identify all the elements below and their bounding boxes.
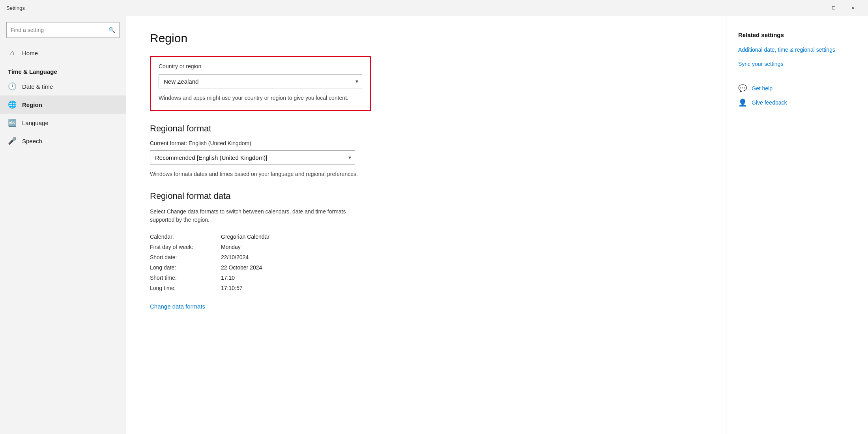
first-day-label: First day of week: — [150, 244, 221, 250]
sidebar-item-home[interactable]: ⌂ Home — [0, 44, 126, 62]
long-time-label: Long time: — [150, 285, 221, 291]
format-data-table: Calendar: Gregorian Calendar First day o… — [150, 234, 702, 291]
table-row: Calendar: Gregorian Calendar — [150, 234, 702, 240]
clock-icon: 🕐 — [8, 82, 17, 91]
short-date-label: Short date: — [150, 254, 221, 260]
country-region-box: Country or region New Zealand United Kin… — [150, 56, 371, 111]
sidebar-item-language[interactable]: 🔤 Language — [0, 114, 126, 132]
short-time-label: Short time: — [150, 275, 221, 281]
calendar-label: Calendar: — [150, 234, 221, 240]
get-help-action[interactable]: 💬 Get help — [738, 84, 856, 93]
current-format-text: Current format: English (United Kingdom) — [150, 140, 702, 146]
table-row: First day of week: Monday — [150, 244, 702, 250]
table-row: Long time: 17:10:57 — [150, 285, 702, 291]
sidebar-section-time-language: Time & Language — [0, 62, 126, 77]
regional-format-data-description: Select Change data formats to switch bet… — [150, 208, 363, 224]
page-title: Region — [150, 32, 702, 45]
country-label: Country or region — [159, 63, 362, 69]
region-label: Region — [22, 101, 42, 108]
sync-settings-link[interactable]: Sync your settings — [738, 60, 856, 68]
calendar-value: Gregorian Calendar — [221, 234, 269, 240]
regional-format-data-title: Regional format data — [150, 191, 702, 201]
title-bar: Settings ─ ☐ ✕ — [0, 0, 868, 16]
section-header-label: Time & Language — [8, 68, 57, 75]
close-button[interactable]: ✕ — [844, 2, 862, 14]
country-helper-text: Windows and apps might use your country … — [159, 94, 362, 102]
home-label: Home — [22, 50, 38, 56]
format-helper-text: Windows formats dates and times based on… — [150, 170, 363, 178]
sidebar-nav: ⌂ Home Time & Language 🕐 Date & time 🌐 R… — [0, 41, 126, 153]
long-time-value: 17:10:57 — [221, 285, 243, 291]
language-label: Language — [22, 120, 49, 126]
table-row: Long date: 22 October 2024 — [150, 264, 702, 271]
related-settings-title: Related settings — [738, 32, 856, 38]
first-day-value: Monday — [221, 244, 241, 250]
globe-icon: 🌐 — [8, 100, 17, 109]
right-panel: Related settings Additional date, time &… — [726, 16, 868, 434]
country-dropdown-wrapper: New Zealand United Kingdom United States… — [159, 74, 362, 88]
related-divider — [738, 76, 856, 76]
give-feedback-icon: 👤 — [738, 98, 748, 107]
home-icon: ⌂ — [8, 49, 17, 57]
speech-label: Speech — [22, 138, 42, 144]
sidebar: 🔍 ⌂ Home Time & Language 🕐 Date & time 🌐… — [0, 16, 126, 434]
give-feedback-link[interactable]: Give feedback — [752, 99, 787, 106]
minimize-button[interactable]: ─ — [806, 2, 824, 14]
date-time-label: Date & time — [22, 83, 53, 90]
change-data-formats-link[interactable]: Change data formats — [150, 303, 205, 310]
table-row: Short date: 22/10/2024 — [150, 254, 702, 260]
get-help-icon: 💬 — [738, 84, 748, 93]
language-icon: 🔤 — [8, 118, 17, 127]
short-time-value: 17:10 — [221, 275, 235, 281]
table-row: Short time: 17:10 — [150, 275, 702, 281]
title-bar-left: Settings — [6, 5, 25, 11]
main-content: Region Country or region New Zealand Uni… — [126, 16, 726, 434]
give-feedback-action[interactable]: 👤 Give feedback — [738, 98, 856, 107]
long-date-label: Long date: — [150, 264, 221, 271]
app-body: 🔍 ⌂ Home Time & Language 🕐 Date & time 🌐… — [0, 16, 868, 434]
long-date-value: 22 October 2024 — [221, 264, 262, 271]
maximize-button[interactable]: ☐ — [825, 2, 843, 14]
title-bar-controls: ─ ☐ ✕ — [806, 2, 862, 14]
format-dropdown-wrapper: Recommended [English (United Kingdom)] E… — [150, 150, 355, 165]
search-input[interactable] — [11, 27, 107, 33]
search-box[interactable]: 🔍 — [6, 22, 120, 38]
country-dropdown[interactable]: New Zealand United Kingdom United States… — [159, 74, 362, 88]
microphone-icon: 🎤 — [8, 137, 17, 145]
regional-format-title: Regional format — [150, 123, 702, 134]
sidebar-item-speech[interactable]: 🎤 Speech — [0, 132, 126, 150]
sidebar-item-date-time[interactable]: 🕐 Date & time — [0, 77, 126, 95]
additional-settings-link[interactable]: Additional date, time & regional setting… — [738, 46, 856, 54]
get-help-link[interactable]: Get help — [752, 85, 773, 92]
app-title: Settings — [6, 5, 25, 11]
sidebar-item-region[interactable]: 🌐 Region — [0, 95, 126, 114]
format-dropdown[interactable]: Recommended [English (United Kingdom)] E… — [150, 150, 355, 165]
short-date-value: 22/10/2024 — [221, 254, 249, 260]
search-icon: 🔍 — [108, 27, 115, 33]
